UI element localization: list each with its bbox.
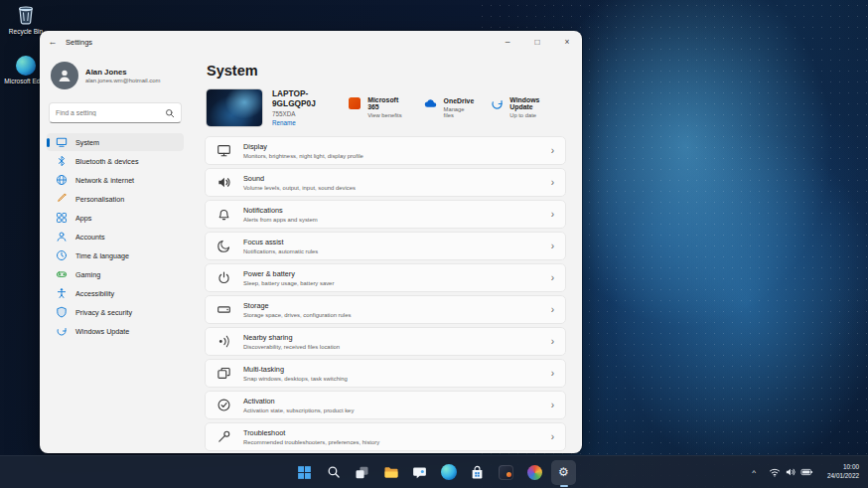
settings-row-notifications[interactable]: NotificationsAlerts from apps and system… [205,200,566,229]
tray-status-icons[interactable] [766,462,816,482]
multitasking-icon [217,366,231,381]
row-title: Focus assist [243,238,318,246]
maximize-button[interactable]: □ [522,31,552,53]
row-title: Nearby sharing [243,333,340,342]
start-button[interactable] [292,460,317,485]
sidebar-item-personalisation[interactable]: Personalisation [47,190,184,208]
row-subtitle: Activation state, subscriptions, product… [243,407,354,413]
settings-search[interactable] [49,102,182,123]
settings-row-troubleshoot[interactable]: TroubleshootRecommended troubleshooters,… [205,422,566,451]
avatar [51,62,78,89]
chat-button[interactable] [407,460,432,485]
sidebar-item-label: Apps [75,214,91,223]
search-input[interactable] [56,109,165,116]
row-subtitle: Sleep, battery usage, battery saver [243,280,334,286]
windows-logo-icon [297,465,312,480]
device-header: LAPTOP-9GLGQP0J 755XDA Rename Microsoft … [207,88,564,126]
settings-row-multitasking[interactable]: Multi-taskingSnap windows, desktops, tas… [205,359,566,388]
task-view-button[interactable] [350,460,374,485]
microsoft-365-icon [348,96,362,110]
sidebar-item-windows-update[interactable]: Windows Update [47,322,184,340]
hidden-icons-chevron[interactable]: ^ [749,464,759,481]
chevron-right-icon: › [551,242,554,251]
sidebar: Alan Jones alan.jones.wm@hotmail.com Sys… [40,53,191,453]
chevron-right-icon: › [551,146,554,156]
sidebar-item-label: Personalisation [75,195,124,204]
shield-icon [56,306,68,318]
apps-grid-icon [56,212,68,224]
page-title: System [207,63,566,79]
sidebar-item-label: Windows Update [75,327,129,336]
photos-button[interactable] [522,460,547,485]
desktop: Recycle Bin Microsoft Edge ← Settings – … [0,0,868,488]
system-icon [56,136,68,148]
sidebar-item-label: Bluetooth & devices [75,157,139,166]
rename-link[interactable]: Rename [272,119,348,126]
settings-app-button[interactable]: ⚙ [551,460,576,485]
settings-row-nearby-sharing[interactable]: Nearby sharingDiscoverability, received … [205,327,566,356]
settings-row-sound[interactable]: SoundVolume levels, output, input, sound… [205,168,566,197]
power-icon [217,270,231,285]
edge-button[interactable] [436,460,461,485]
system-tray: ^ 10:00 24/01/2022 [749,456,863,488]
settings-row-power-battery[interactable]: Power & batterySleep, battery usage, bat… [205,263,566,292]
sidebar-item-privacy-security[interactable]: Privacy & security [47,303,184,321]
profile-name: Alan Jones [85,68,160,77]
taskbar-search-button[interactable] [321,460,346,485]
chevron-right-icon: › [551,401,554,410]
window-title: Settings [66,38,92,47]
chevron-right-icon: › [551,432,554,442]
settings-row-display[interactable]: DisplayMonitors, brightness, night light… [205,136,566,165]
desktop-icon-recycle-bin[interactable]: Recycle Bin [3,3,49,35]
sidebar-item-accessibility[interactable]: Accessibility [47,284,184,302]
close-button[interactable]: × [552,31,582,53]
sidebar-item-network-internet[interactable]: Network & internet [47,171,184,189]
store-button[interactable] [465,460,490,485]
chevron-right-icon: › [551,273,554,283]
sidebar-item-label: Time & language [75,251,129,260]
back-button[interactable]: ← [40,37,66,47]
minimize-button[interactable]: – [493,31,522,53]
file-explorer-button[interactable] [378,460,403,485]
settings-row-activation[interactable]: ActivationActivation state, subscription… [205,391,566,419]
sidebar-item-system[interactable]: System [47,133,184,151]
onedrive-card[interactable]: OneDrive Manage files [424,97,475,118]
wifi-icon [769,466,781,478]
row-subtitle: Volume levels, output, input, sound devi… [243,185,356,191]
status-card-title: Windows Update [509,96,560,110]
windows-update-card[interactable]: Windows Update Up to date [490,96,560,118]
row-subtitle: Discoverability, received files location [243,344,340,350]
sidebar-item-label: Accessibility [75,289,114,298]
row-title: Notifications [243,206,318,215]
row-subtitle: Storage space, drives, configuration rul… [243,312,351,318]
paintbrush-icon [56,193,68,205]
microsoft-365-card[interactable]: Microsoft 365 View benefits [348,96,407,118]
sidebar-item-bluetooth-devices[interactable]: Bluetooth & devices [47,152,184,170]
settings-row-storage[interactable]: StorageStorage space, drives, configurat… [205,295,566,324]
settings-window: ← Settings – □ × Alan Jones alan.jones.w… [40,31,582,453]
activation-check-icon [217,398,231,412]
sidebar-item-gaming[interactable]: Gaming [47,265,184,283]
clock[interactable]: 10:00 24/01/2022 [823,460,863,484]
sidebar-item-accounts[interactable]: Accounts [47,228,184,245]
titlebar[interactable]: ← Settings – □ × [40,31,582,53]
crescent-moon-icon [217,239,231,253]
sidebar-item-time-language[interactable]: Time & language [47,246,184,264]
search-icon [327,465,341,479]
device-model: 755XDA [272,110,348,117]
gear-icon: ⚙ [558,466,569,478]
device-thumbnail [207,89,262,126]
status-card-subtitle: Manage files [444,106,475,118]
office-button[interactable] [494,460,518,485]
sidebar-item-label: System [75,138,99,147]
bell-icon [217,207,231,222]
account-profile[interactable]: Alan Jones alan.jones.wm@hotmail.com [47,57,184,94]
row-title: Activation [243,397,354,406]
settings-row-focus-assist[interactable]: Focus assistNotifications, automatic rul… [205,232,566,260]
sidebar-item-apps[interactable]: Apps [47,209,184,227]
globe-icon [56,174,68,186]
row-subtitle: Monitors, brightness, night light, displ… [243,153,363,159]
row-subtitle: Alerts from apps and system [243,217,318,223]
row-title: Multi-tasking [243,365,348,374]
chevron-right-icon: › [551,369,554,379]
